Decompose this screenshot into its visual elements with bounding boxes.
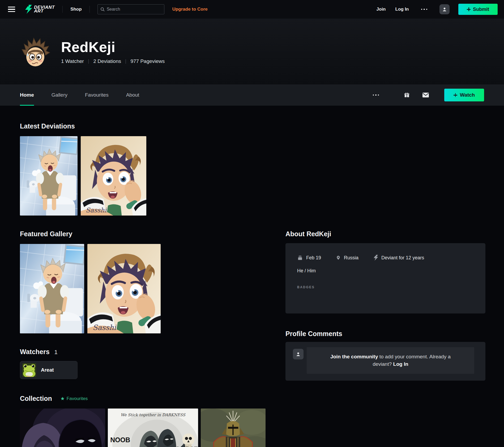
pageviews-stat: 977 Pageviews: [130, 58, 165, 64]
collection-thumbnail-darkduo[interactable]: [20, 409, 105, 447]
latest-deviations-heading: Latest Deviations: [20, 123, 267, 130]
username: RedKeji: [61, 39, 165, 55]
plus-icon: [467, 7, 471, 11]
tab-about[interactable]: About: [126, 84, 139, 106]
comment-login-link[interactable]: Log In: [393, 361, 408, 367]
hamburger-menu-icon[interactable]: [8, 7, 15, 12]
envelope-icon: [422, 93, 429, 97]
profile-comments-card: Join the community to add your comment. …: [285, 342, 485, 381]
profile-comments-heading: Profile Comments: [285, 330, 485, 337]
cta-text: to add your comment. Already a deviant?: [373, 354, 451, 367]
profile-tab-bar: Home Gallery Favourites About Watch: [0, 84, 504, 106]
watcher-avatar-frog: [22, 363, 36, 377]
watcher-name[interactable]: Areat: [41, 367, 54, 373]
location-info: Russia: [336, 255, 358, 261]
tab-favourites[interactable]: Favourites: [85, 84, 109, 106]
about-heading: About RedKeji: [285, 231, 485, 237]
divider: [89, 6, 90, 13]
divider: [62, 6, 63, 13]
gift-icon: [404, 92, 410, 98]
badges-label: BADGES: [297, 285, 474, 289]
guest-comment-avatar: [293, 349, 304, 359]
login-link[interactable]: Log In: [395, 7, 409, 12]
divider: [126, 59, 126, 64]
deviation-thumbnail-toilet[interactable]: [20, 136, 78, 216]
shop-link[interactable]: Shop: [70, 7, 82, 12]
featured-thumbnail-toilet[interactable]: [20, 244, 84, 333]
give-button[interactable]: [404, 92, 410, 98]
watcher-card-areat[interactable]: Areat: [20, 361, 78, 379]
top-navbar: DEVIANT ART Shop Upgrade to Core Join Lo…: [0, 0, 504, 19]
submit-button[interactable]: Submit: [458, 4, 498, 15]
search-box[interactable]: [97, 4, 164, 14]
watchers-count: 1: [54, 349, 58, 356]
deviantart-badge-icon: [373, 255, 378, 261]
main-content: Latest Deviations Featured Gallery Watch…: [0, 123, 504, 447]
latest-deviations-row: [20, 136, 267, 216]
upgrade-to-core-link[interactable]: Upgrade to Core: [172, 7, 208, 12]
search-input[interactable]: [107, 7, 162, 12]
deviantart-logo[interactable]: DEVIANT ART: [25, 5, 55, 14]
watch-button[interactable]: Watch: [444, 89, 484, 101]
collection-row: [20, 409, 267, 447]
collection-thumbnail-knight[interactable]: [201, 409, 266, 447]
featured-thumbnail-hatboy[interactable]: [87, 244, 161, 333]
deviantart-logo-text: DEVIANT ART: [34, 6, 55, 13]
tenure-info: Deviant for 12 years: [373, 255, 424, 261]
more-options-icon[interactable]: [421, 9, 428, 10]
collection-heading: Collection: [20, 395, 52, 402]
person-icon: [296, 351, 301, 357]
profile-header: RedKeji 1 Watcher 2 Deviations 977 Pagev…: [0, 19, 504, 84]
watchers-stat[interactable]: 1 Watcher: [61, 58, 84, 64]
divider: [88, 59, 89, 64]
watchers-heading: Watchers: [20, 349, 50, 355]
deviantart-logo-icon: [25, 5, 32, 14]
profile-avatar[interactable]: [20, 36, 52, 67]
birthday-info: Feb 19: [297, 255, 321, 261]
star-icon: [61, 397, 65, 401]
deviations-stat[interactable]: 2 Deviations: [93, 58, 121, 64]
profile-stats: 1 Watcher 2 Deviations 977 Pageviews: [61, 58, 165, 64]
featured-gallery-row: [20, 244, 267, 333]
message-button[interactable]: [422, 93, 429, 97]
pronouns: He / Him: [297, 268, 474, 274]
map-pin-icon: [336, 255, 341, 261]
comment-cta: Join the community to add your comment. …: [307, 347, 474, 374]
join-community-link[interactable]: Join the community: [330, 354, 378, 359]
guest-avatar-button[interactable]: [439, 4, 450, 14]
about-card: Feb 19 Russia Deviant for 12 years He /: [285, 243, 485, 313]
person-icon: [442, 7, 447, 12]
collection-favourites-link[interactable]: Favourites: [61, 396, 88, 401]
tab-gallery[interactable]: Gallery: [52, 84, 67, 106]
join-link[interactable]: Join: [377, 7, 386, 12]
tab-home[interactable]: Home: [20, 84, 34, 106]
featured-gallery-heading: Featured Gallery: [20, 231, 267, 237]
cake-icon: [297, 255, 303, 261]
deviation-thumbnail-hatboy[interactable]: [81, 136, 146, 216]
more-actions-icon[interactable]: [373, 94, 379, 96]
search-icon: [100, 7, 105, 11]
collection-thumbnail-noob-saibot[interactable]: [108, 409, 198, 447]
plus-icon: [454, 93, 457, 97]
